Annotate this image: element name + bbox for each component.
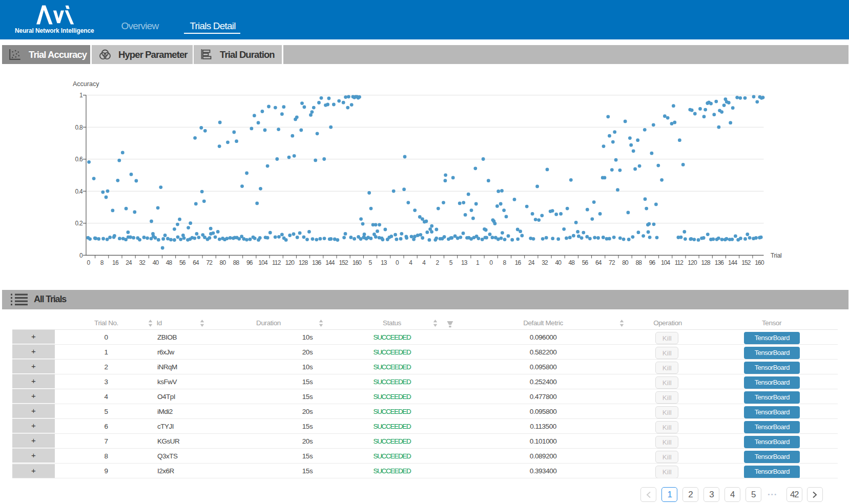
- svg-text:24: 24: [126, 259, 132, 266]
- svg-text:56: 56: [582, 259, 589, 266]
- svg-text:4: 4: [422, 259, 426, 266]
- svg-text:72: 72: [206, 259, 213, 266]
- svg-text:160: 160: [353, 259, 362, 266]
- svg-text:0: 0: [87, 259, 91, 266]
- svg-text:144: 144: [728, 259, 738, 266]
- svg-text:0: 0: [79, 252, 83, 259]
- svg-text:1: 1: [79, 92, 83, 99]
- svg-text:16: 16: [515, 259, 522, 266]
- svg-text:64: 64: [193, 259, 199, 266]
- svg-text:72: 72: [609, 259, 615, 266]
- svg-text:24: 24: [528, 259, 535, 266]
- svg-text:136: 136: [312, 259, 322, 266]
- svg-text:0: 0: [489, 259, 493, 266]
- svg-text:112: 112: [272, 259, 281, 266]
- svg-text:104: 104: [258, 259, 268, 266]
- svg-text:32: 32: [139, 259, 146, 266]
- svg-text:0.4: 0.4: [75, 188, 83, 195]
- svg-text:48: 48: [166, 259, 173, 266]
- svg-text:13: 13: [381, 259, 387, 266]
- svg-text:56: 56: [179, 259, 186, 266]
- svg-text:0: 0: [396, 259, 399, 266]
- svg-text:8: 8: [503, 259, 507, 266]
- svg-text:80: 80: [220, 259, 226, 266]
- svg-text:0.8: 0.8: [75, 124, 83, 131]
- svg-text:4: 4: [409, 259, 412, 266]
- svg-text:88: 88: [636, 259, 643, 266]
- svg-text:96: 96: [246, 259, 253, 266]
- svg-text:64: 64: [595, 259, 602, 266]
- svg-text:1: 1: [476, 259, 480, 266]
- svg-text:128: 128: [299, 259, 308, 266]
- svg-text:13: 13: [461, 259, 468, 266]
- svg-text:5: 5: [449, 259, 453, 266]
- svg-text:32: 32: [542, 259, 548, 266]
- svg-text:104: 104: [661, 259, 671, 266]
- svg-text:152: 152: [741, 259, 751, 266]
- svg-text:40: 40: [153, 259, 159, 266]
- svg-text:0.2: 0.2: [75, 220, 83, 227]
- svg-text:5: 5: [369, 259, 372, 266]
- svg-text:152: 152: [339, 259, 348, 266]
- svg-text:120: 120: [285, 259, 295, 266]
- svg-text:128: 128: [701, 259, 711, 266]
- svg-text:88: 88: [233, 259, 240, 266]
- svg-text:112: 112: [675, 259, 684, 266]
- svg-text:144: 144: [325, 259, 335, 266]
- svg-text:0.6: 0.6: [75, 156, 83, 163]
- svg-text:120: 120: [688, 259, 697, 266]
- svg-text:16: 16: [112, 259, 119, 266]
- svg-text:8: 8: [100, 259, 104, 266]
- svg-text:2: 2: [436, 259, 440, 266]
- svg-text:96: 96: [649, 259, 656, 266]
- svg-text:80: 80: [622, 259, 629, 266]
- svg-text:Accuracy: Accuracy: [73, 80, 99, 88]
- svg-text:48: 48: [569, 259, 575, 266]
- svg-text:Trial: Trial: [771, 252, 781, 259]
- svg-text:136: 136: [715, 259, 724, 266]
- svg-text:160: 160: [755, 259, 764, 266]
- svg-text:40: 40: [555, 259, 562, 266]
